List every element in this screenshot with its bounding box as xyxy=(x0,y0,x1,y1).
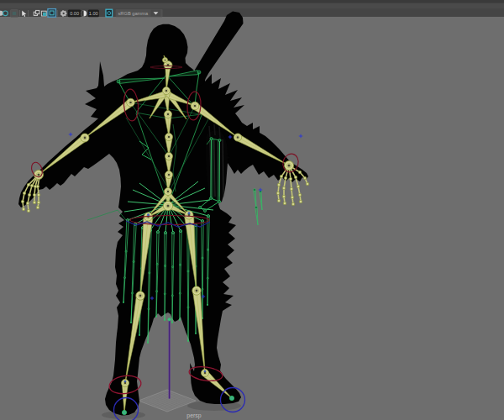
svg-text:persp: persp xyxy=(186,412,202,419)
svg-text:0.00: 0.00 xyxy=(70,11,79,16)
svg-text:1.00: 1.00 xyxy=(89,11,98,16)
svg-text:sRGB gamma: sRGB gamma xyxy=(118,11,150,16)
